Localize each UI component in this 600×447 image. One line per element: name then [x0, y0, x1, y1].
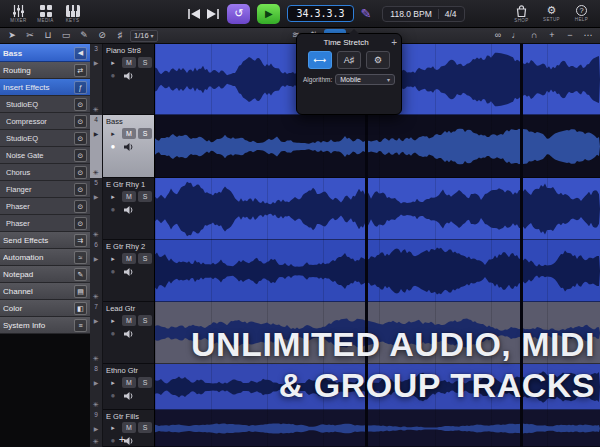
track-header-e-gtr-rhy-2[interactable]: 6 ▶ ✳ E Gtr Rhy 2 ▸ M S ● — [90, 240, 154, 302]
insert-slot-row[interactable]: StudioEQ ⊙ — [0, 130, 90, 147]
insert-slot-row[interactable]: Phaser ⊙ — [0, 198, 90, 215]
power-icon[interactable]: ⊙ — [74, 132, 87, 145]
speaker-button[interactable] — [122, 328, 136, 339]
monitor-button[interactable]: ▸ — [106, 191, 120, 202]
freeze-icon[interactable]: ✳ — [93, 169, 99, 177]
audio-region-bass[interactable] — [155, 115, 600, 178]
erase-tool[interactable]: ▭ — [58, 29, 74, 42]
add-track-button[interactable]: + — [90, 434, 154, 445]
inspector-section-color[interactable]: Color ◧ — [0, 300, 90, 317]
power-icon[interactable]: ⊙ — [74, 166, 87, 179]
insert-slot-row[interactable]: Chorus ⊙ — [0, 164, 90, 181]
inspector-section-system-info[interactable]: System Info ≡ — [0, 317, 90, 334]
mute-button[interactable]: M — [122, 377, 136, 388]
setup-button[interactable]: ⚙ SETUP — [538, 1, 565, 27]
audio-region-e-gtr-rhy-2[interactable] — [155, 240, 600, 302]
routing-row[interactable]: Routing ⇄ — [0, 62, 90, 79]
record-arm-button[interactable]: ● — [106, 141, 120, 152]
track-header-bass[interactable]: 4 ▶ ✳ Bass ▸ M S ● — [90, 115, 154, 178]
solo-button[interactable]: S — [138, 253, 152, 264]
freeze-icon[interactable]: ✳ — [93, 106, 99, 114]
loop-tool[interactable]: ∞ — [490, 29, 506, 42]
power-icon[interactable]: ⊙ — [74, 200, 87, 213]
solo-button[interactable]: S — [138, 377, 152, 388]
expand-icon[interactable]: + — [391, 39, 397, 47]
audio-region-e-gtr-fills[interactable] — [155, 410, 600, 447]
settings-gear-icon[interactable]: ⚙ — [366, 51, 390, 69]
power-icon[interactable]: ⊙ — [74, 183, 87, 196]
insert-slot-row[interactable]: Compressor ⊙ — [0, 113, 90, 130]
track-header-ethno-gtr[interactable]: 8 ▶ ✳ Ethno Gtr ▸ M S ● — [90, 364, 154, 410]
help-button[interactable]: ? HELP — [568, 1, 595, 27]
inspector-section-notepad[interactable]: Notepad ✎ — [0, 266, 90, 283]
mixer-button[interactable]: MIXER — [5, 1, 32, 27]
insert-slot-row[interactable]: Phaser ⊙ — [0, 215, 90, 232]
select-tool[interactable]: ➤ — [4, 29, 20, 42]
metronome-tool[interactable]: ♩ — [508, 29, 524, 42]
zoom-out-tool[interactable]: − — [562, 29, 578, 42]
record-arm-button[interactable]: ● — [106, 328, 120, 339]
inspector-section-send-effects[interactable]: Send Effects ⇉ — [0, 232, 90, 249]
monitor-button[interactable]: ▸ — [106, 253, 120, 264]
inspector-section-channel[interactable]: Channel ▤ — [0, 283, 90, 300]
undo-button[interactable]: ↺ — [227, 4, 250, 24]
monitor-button[interactable]: ▸ — [106, 57, 120, 68]
freeze-icon[interactable]: ✳ — [93, 231, 99, 239]
draw-tool[interactable]: ✎ — [76, 29, 92, 42]
keys-button[interactable]: KEYS — [59, 1, 86, 27]
play-button[interactable]: ▶ — [257, 4, 280, 24]
insert-slot-row[interactable]: Flanger ⊙ — [0, 181, 90, 198]
mute-button[interactable]: M — [122, 191, 136, 202]
split-tool[interactable]: ✂ — [22, 29, 38, 42]
record-arm-button[interactable]: ● — [106, 204, 120, 215]
record-arm-button[interactable]: ● — [106, 390, 120, 401]
pitch-mode-button[interactable]: A♯ — [337, 51, 361, 69]
insert-effects-row[interactable]: Insert Effects ƒ — [0, 79, 90, 96]
insert-slot-row[interactable]: StudioEQ ⊙ — [0, 96, 90, 113]
record-arm-button[interactable]: ● — [106, 266, 120, 277]
inspector-track-header[interactable]: Bass ◀ — [0, 44, 90, 62]
shop-button[interactable]: SHOP — [508, 1, 535, 27]
inspector-section-automation[interactable]: Automation ≈ — [0, 249, 90, 266]
mute-button[interactable]: M — [122, 57, 136, 68]
solo-button[interactable]: S — [138, 315, 152, 326]
mute-button[interactable]: M — [122, 128, 136, 139]
algorithm-dropdown[interactable]: Mobile ▾ — [335, 74, 395, 85]
tempo-display[interactable]: 118.0 BPM 4/4 — [382, 6, 464, 22]
track-header-piano-str8[interactable]: 3 ▶ ✳ Piano Str8 ▸ M S ● — [90, 44, 154, 115]
skip-forward-button[interactable] — [207, 5, 220, 23]
collapse-icon[interactable]: ◀ — [74, 47, 87, 60]
insert-slot-row[interactable]: Noise Gate ⊙ — [0, 147, 90, 164]
solo-button[interactable]: S — [138, 128, 152, 139]
solo-button[interactable]: S — [138, 191, 152, 202]
power-icon[interactable]: ⊙ — [74, 217, 87, 230]
time-position-display[interactable]: 34.3.3.3 — [287, 5, 353, 22]
track-header-lead-gtr[interactable]: 7 ▶ ✳ Lead Gtr ▸ M S ● — [90, 302, 154, 364]
mute-button[interactable]: M — [122, 315, 136, 326]
power-icon[interactable]: ⊙ — [74, 115, 87, 128]
monitor-button[interactable]: ▸ — [106, 422, 120, 433]
media-button[interactable]: MEDIA — [32, 1, 59, 27]
power-icon[interactable]: ⊙ — [74, 149, 87, 162]
record-arm-button[interactable]: ● — [106, 70, 120, 81]
solo-button[interactable]: S — [138, 57, 152, 68]
monitor-button[interactable]: ▸ — [106, 128, 120, 139]
solo-button[interactable]: S — [138, 422, 152, 433]
speaker-button[interactable] — [122, 70, 136, 81]
monitor-button[interactable]: ▸ — [106, 315, 120, 326]
monitor-button[interactable]: ▸ — [106, 377, 120, 388]
stretch-mode-button[interactable]: ⟷ — [308, 51, 332, 69]
speaker-button[interactable] — [122, 266, 136, 277]
track-header-e-gtr-rhy-1[interactable]: 5 ▶ ✳ E Gtr Rhy 1 ▸ M S ● — [90, 178, 154, 240]
zoom-in-tool[interactable]: + — [544, 29, 560, 42]
skip-back-button[interactable] — [187, 5, 200, 23]
freeze-icon[interactable]: ✳ — [93, 293, 99, 301]
speaker-button[interactable] — [122, 141, 136, 152]
transpose-tool[interactable]: ♯ — [112, 29, 128, 42]
more-tools[interactable]: ⋯ — [580, 29, 596, 42]
speaker-button[interactable] — [122, 390, 136, 401]
audio-region-e-gtr-rhy-1[interactable] — [155, 178, 600, 240]
mute-button[interactable]: M — [122, 253, 136, 264]
freeze-icon[interactable]: ✳ — [93, 355, 99, 363]
grid-value-dropdown[interactable]: 1/16▾ — [130, 30, 158, 42]
